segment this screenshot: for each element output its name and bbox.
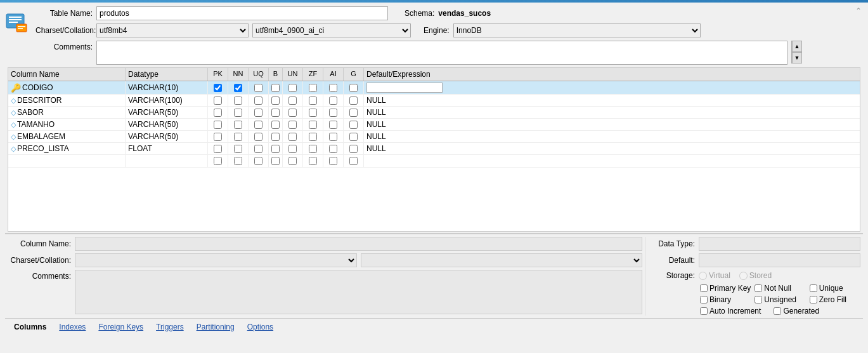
cell-g[interactable] <box>344 131 364 142</box>
col-header-ai: AI <box>323 68 344 81</box>
engine-select[interactable]: InnoDB <box>453 23 701 37</box>
bottom-collation-select[interactable] <box>361 253 643 267</box>
cell-nn[interactable] <box>228 155 249 167</box>
cell-un[interactable] <box>283 131 303 142</box>
cell-b[interactable] <box>269 95 283 106</box>
cell-g[interactable] <box>344 155 364 167</box>
table-row[interactable]: ◇ DESCRITOR VARCHAR(100) NULL <box>8 95 860 107</box>
cell-b[interactable] <box>269 143 283 154</box>
scroll-down-btn[interactable]: ▼ <box>792 52 802 63</box>
cell-zf[interactable] <box>303 119 323 130</box>
cell-uq[interactable] <box>249 143 269 154</box>
cell-un[interactable] <box>283 81 303 94</box>
cell-g[interactable] <box>344 81 364 94</box>
data-type-input[interactable] <box>699 237 860 251</box>
cell-pk[interactable] <box>208 107 228 118</box>
tab-triggers[interactable]: Triggers <box>150 321 190 333</box>
virtual-radio[interactable] <box>699 272 707 280</box>
cell-g[interactable] <box>344 107 364 118</box>
cell-uq[interactable] <box>249 155 269 167</box>
cell-b[interactable] <box>269 131 283 142</box>
stored-label: Stored <box>749 271 772 280</box>
cell-uq[interactable] <box>249 95 269 106</box>
checkbox-row-3: Auto Increment Generated <box>700 307 860 316</box>
cell-b[interactable] <box>269 81 283 94</box>
cell-nn[interactable] <box>228 119 249 130</box>
cell-uq[interactable] <box>249 107 269 118</box>
cell-ai[interactable] <box>323 119 344 130</box>
cell-ai[interactable] <box>323 131 344 142</box>
auto-increment-checkbox[interactable] <box>700 307 708 315</box>
cell-ai[interactable] <box>323 81 344 94</box>
cell-uq[interactable] <box>249 81 269 94</box>
tab-indexes[interactable]: Indexes <box>53 321 92 333</box>
bottom-charset-select[interactable] <box>75 253 357 267</box>
cell-zf[interactable] <box>303 131 323 142</box>
tab-partitioning[interactable]: Partitioning <box>190 321 241 333</box>
charset-select[interactable]: utf8mb4 <box>96 23 249 37</box>
column-name-input[interactable] <box>75 237 642 251</box>
column-name-row: Column Name: <box>8 237 642 251</box>
scroll-up-btn[interactable]: ▲ <box>792 41 802 52</box>
cell-zf[interactable] <box>303 81 323 94</box>
cell-b[interactable] <box>269 119 283 130</box>
cell-zf[interactable] <box>303 155 323 167</box>
zero-fill-checkbox[interactable] <box>810 296 817 303</box>
stored-radio[interactable] <box>739 272 748 280</box>
table-row[interactable]: ◇ EMBALAGEM VARCHAR(50) NULL <box>8 131 860 143</box>
cell-zf[interactable] <box>303 95 323 106</box>
table-row[interactable]: ◇ TAMANHO VARCHAR(50) NULL <box>8 119 860 131</box>
cell-ai[interactable] <box>323 155 344 167</box>
binary-checkbox[interactable] <box>700 296 708 303</box>
primary-key-text: Primary Key <box>709 284 751 293</box>
cell-b[interactable] <box>269 107 283 118</box>
cell-ai[interactable] <box>323 95 344 106</box>
not-null-checkbox[interactable] <box>755 284 762 292</box>
table-row[interactable]: 🔑 CODIGO VARCHAR(10) <box>8 81 860 95</box>
cell-un[interactable] <box>283 119 303 130</box>
cell-un[interactable] <box>283 107 303 118</box>
cell-zf[interactable] <box>303 107 323 118</box>
cell-datatype: VARCHAR(50) <box>126 131 208 142</box>
cell-pk[interactable] <box>208 95 228 106</box>
cell-b[interactable] <box>269 155 283 167</box>
unsigned-checkbox[interactable] <box>755 296 762 303</box>
cell-pk[interactable] <box>208 155 228 167</box>
collation-select[interactable]: utf8mb4_0900_ai_ci <box>252 23 411 37</box>
tab-options[interactable]: Options <box>241 321 280 333</box>
cell-g[interactable] <box>344 143 364 154</box>
expand-icon[interactable]: ⌃ <box>855 6 862 15</box>
cell-ai[interactable] <box>323 143 344 154</box>
cell-ai[interactable] <box>323 107 344 118</box>
cell-zf[interactable] <box>303 143 323 154</box>
table-row[interactable]: ◇ PRECO_LISTA FLOAT NULL <box>8 143 860 155</box>
cell-nn[interactable] <box>228 143 249 154</box>
cell-pk[interactable] <box>208 119 228 130</box>
comments-textarea[interactable] <box>96 41 787 65</box>
unique-checkbox[interactable] <box>810 284 817 292</box>
cell-nn[interactable] <box>228 107 249 118</box>
cell-un[interactable] <box>283 95 303 106</box>
cell-un[interactable] <box>283 143 303 154</box>
cell-g[interactable] <box>344 95 364 106</box>
cell-default <box>364 81 860 94</box>
table-name-input[interactable] <box>96 6 388 20</box>
cell-nn[interactable] <box>228 81 249 94</box>
tab-columns[interactable]: Columns <box>8 321 53 333</box>
cell-nn[interactable] <box>228 131 249 142</box>
cell-pk[interactable] <box>208 81 228 94</box>
cell-un[interactable] <box>283 155 303 167</box>
bottom-comments-textarea[interactable] <box>75 270 642 314</box>
cell-uq[interactable] <box>249 119 269 130</box>
cell-pk[interactable] <box>208 131 228 142</box>
header-section: Table Name: Schema: vendas_sucos ⌃ Chars… <box>5 6 863 65</box>
cell-pk[interactable] <box>208 143 228 154</box>
primary-key-checkbox[interactable] <box>700 284 708 292</box>
table-row[interactable]: ◇ SABOR VARCHAR(50) NULL <box>8 107 860 119</box>
tab-foreign-keys[interactable]: Foreign Keys <box>92 321 150 333</box>
cell-uq[interactable] <box>249 131 269 142</box>
cell-g[interactable] <box>344 119 364 130</box>
default-input[interactable] <box>699 253 860 267</box>
cell-nn[interactable] <box>228 95 249 106</box>
generated-checkbox[interactable] <box>774 307 781 315</box>
